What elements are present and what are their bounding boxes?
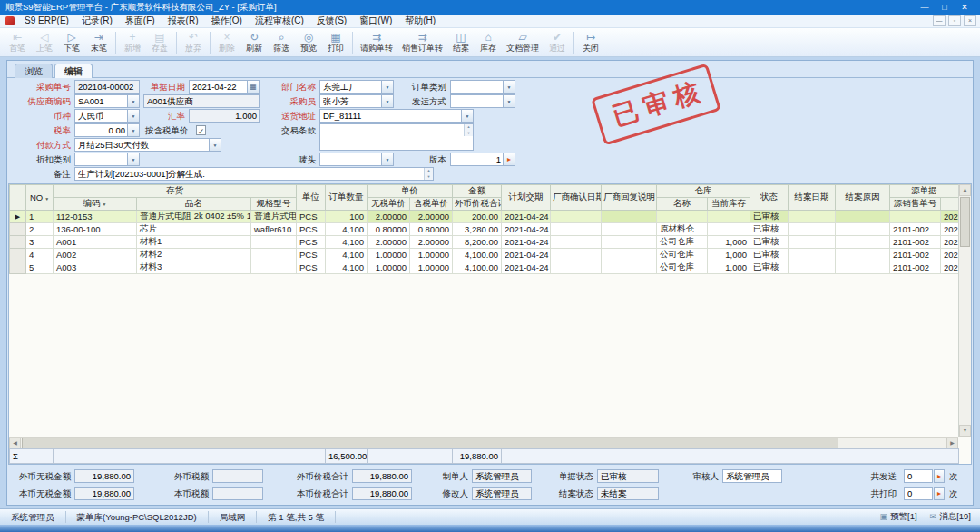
- cell-smore[interactable]: 202: [941, 261, 959, 274]
- cell-qty[interactable]: 4,100: [326, 249, 368, 261]
- toolbar-so-transfer-button[interactable]: ⇉销售订单转: [397, 29, 447, 56]
- cell-close_reason[interactable]: [836, 223, 890, 236]
- mdi-minimize-button[interactable]: —: [933, 15, 946, 26]
- dropdown-icon[interactable]: [127, 153, 139, 165]
- scroll-down-icon[interactable]: ▼: [465, 131, 473, 137]
- cell-price_inc[interactable]: 1.00000: [410, 261, 453, 274]
- cell-due[interactable]: 2021-04-24: [502, 211, 551, 223]
- cell-close_reason[interactable]: [836, 261, 890, 274]
- cell-due[interactable]: 2021-04-24: [502, 223, 551, 236]
- toolbar-filter-button[interactable]: ⌕筛选: [268, 29, 295, 56]
- cell-conf[interactable]: [551, 236, 602, 249]
- cell-ssales[interactable]: 2101-002: [890, 236, 941, 249]
- toolbar-close-case-button[interactable]: ◫结案: [447, 29, 475, 56]
- menu-item-window[interactable]: 窗口(W): [353, 15, 398, 25]
- cell-name[interactable]: 材料3: [137, 261, 251, 274]
- row-indicator[interactable]: [10, 236, 26, 249]
- toolbar-print-button[interactable]: ▦打印: [322, 29, 349, 56]
- toolbar-prev-button[interactable]: ◁上笔: [31, 29, 58, 56]
- cell-price_ex[interactable]: 2.00000: [368, 211, 410, 223]
- vertical-scrollbar[interactable]: ▲ ▼: [958, 184, 971, 437]
- col-header-smore[interactable]: [941, 198, 959, 211]
- cell-spec[interactable]: [251, 236, 297, 249]
- cell-name[interactable]: 普通片式电阻 2k 0402 ±5% 1/16W: [137, 211, 251, 223]
- cell-unit[interactable]: PCS: [297, 223, 326, 236]
- cell-code[interactable]: 112-0153: [54, 211, 137, 223]
- row-indicator[interactable]: [10, 261, 26, 274]
- cell-no[interactable]: 2: [26, 223, 54, 236]
- calendar-icon[interactable]: [247, 81, 259, 93]
- scroll-left-icon[interactable]: ◀: [9, 438, 21, 448]
- payment-field[interactable]: 月结25日30天付数: [74, 138, 221, 152]
- cell-name[interactable]: 材料1: [137, 236, 251, 249]
- col-header-close_reason[interactable]: 结案原因: [836, 185, 890, 211]
- cell-reply[interactable]: [602, 236, 657, 249]
- cell-price_inc[interactable]: 2.00000: [410, 211, 453, 223]
- col-header-unit[interactable]: 单位: [297, 185, 326, 211]
- tax-inclusive-checkbox[interactable]: [196, 125, 206, 135]
- cell-due[interactable]: 2021-04-24: [502, 249, 551, 261]
- cell-due[interactable]: 2021-04-24: [502, 236, 551, 249]
- version-field[interactable]: 1: [450, 153, 515, 166]
- cell-spec[interactable]: wafler610: [251, 223, 297, 236]
- dropdown-icon[interactable]: [127, 95, 139, 107]
- col-header-reply[interactable]: 厂商回复说明: [602, 185, 657, 211]
- cell-price_inc[interactable]: 1.00000: [410, 249, 453, 261]
- mdi-close-button[interactable]: ×: [964, 15, 976, 26]
- cell-amount[interactable]: 4,100.00: [453, 249, 502, 261]
- cell-reply[interactable]: [602, 261, 657, 274]
- toolbar-doc-mgmt-button[interactable]: ▱文档管理: [502, 29, 544, 56]
- col-header-status[interactable]: 状态: [750, 185, 789, 211]
- cell-amount[interactable]: 3,280.00: [453, 223, 502, 236]
- cell-close_reason[interactable]: [836, 249, 890, 261]
- dropdown-icon[interactable]: [209, 139, 220, 151]
- cell-smore[interactable]: 202: [941, 236, 959, 249]
- ship-method-field[interactable]: [450, 94, 515, 108]
- dropdown-icon[interactable]: [127, 110, 139, 122]
- cell-qty[interactable]: 4,100: [326, 223, 368, 236]
- cell-code[interactable]: A002: [54, 249, 137, 261]
- menu-item-interface[interactable]: 界面(F): [119, 15, 162, 25]
- close-button[interactable]: ✕: [955, 3, 975, 12]
- cell-wh_name[interactable]: 公司仓库: [657, 249, 708, 261]
- cell-due[interactable]: 2021-04-24: [502, 261, 551, 274]
- scroll-down-icon[interactable]: ▼: [425, 174, 433, 181]
- scroll-right-icon[interactable]: ▶: [946, 438, 958, 448]
- cell-price_ex[interactable]: 2.00000: [368, 236, 410, 249]
- cell-smore[interactable]: 202: [941, 249, 959, 261]
- cell-wh_stock[interactable]: [708, 223, 750, 236]
- cell-amount[interactable]: 8,200.00: [453, 236, 502, 249]
- cell-reply[interactable]: [602, 223, 657, 236]
- cell-name[interactable]: 材料2: [137, 249, 251, 261]
- dropdown-icon[interactable]: [381, 81, 393, 93]
- cell-unit[interactable]: PCS: [297, 211, 326, 223]
- cell-conf[interactable]: [551, 211, 602, 223]
- toolbar-pr-transfer-button[interactable]: ⇉请购单转: [356, 29, 397, 56]
- cell-no[interactable]: 1: [26, 211, 54, 223]
- buyer-field[interactable]: 张小芳: [319, 94, 394, 108]
- cell-amount[interactable]: 200.00: [453, 211, 502, 223]
- cell-no[interactable]: 5: [26, 261, 54, 274]
- mark-field[interactable]: [319, 153, 394, 166]
- trade-terms-field[interactable]: ▲▼: [319, 123, 474, 151]
- filter-icon[interactable]: ▼: [103, 202, 107, 207]
- col-header-qty[interactable]: 订单数量: [326, 185, 368, 211]
- horizontal-scroll-thumb[interactable]: [22, 438, 838, 448]
- menu-item-workflow-audit[interactable]: 流程审核(C): [249, 15, 310, 25]
- cell-ssales[interactable]: 2101-002: [890, 249, 941, 261]
- cell-wh_name[interactable]: 公司仓库: [657, 236, 708, 249]
- cell-qty[interactable]: 100: [326, 211, 368, 223]
- col-header-price_inc[interactable]: 含税单价: [410, 198, 453, 211]
- doc-date-field[interactable]: 2021-04-22: [189, 80, 260, 94]
- col-header-spec[interactable]: 规格型号: [251, 198, 297, 211]
- cell-spec[interactable]: [251, 261, 297, 274]
- tab-edit[interactable]: 编辑: [54, 64, 93, 78]
- cell-code[interactable]: A003: [54, 261, 137, 274]
- remark-field[interactable]: 生产计划[202103-0001]分解生成.▲▼: [74, 167, 434, 181]
- cell-reply[interactable]: [602, 211, 657, 223]
- cell-no[interactable]: 3: [26, 236, 54, 249]
- tab-browse[interactable]: 浏览: [15, 64, 53, 78]
- cell-conf[interactable]: [551, 223, 602, 236]
- cell-ssales[interactable]: [890, 211, 941, 223]
- tax-rate-field[interactable]: 0.00: [74, 123, 140, 137]
